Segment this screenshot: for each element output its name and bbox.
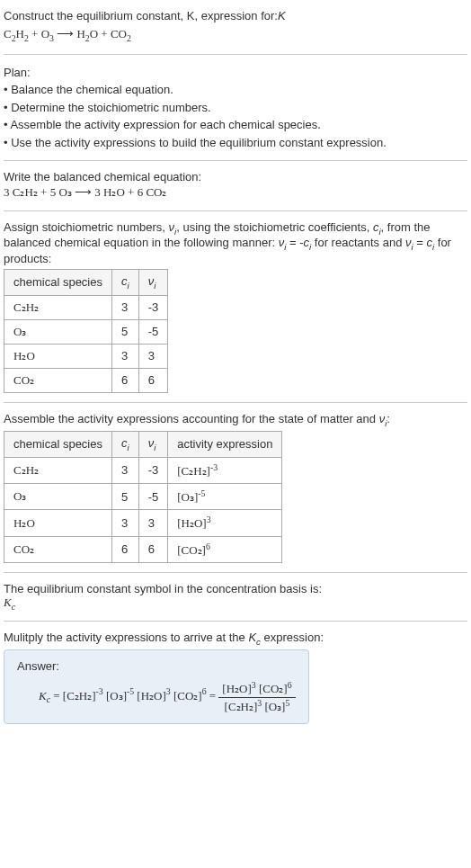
- plan-item-1: • Balance the chemical equation.: [4, 81, 467, 99]
- table-row: CO₂ 6 6 [CO₂]6: [4, 536, 282, 562]
- answer-equation: Kc = [C₂H₂]-3 [O₃]-5 [H₂O]3 [CO₂]6 = [H₂…: [17, 680, 296, 714]
- table-row: C₂H₂ 3 -3: [4, 295, 168, 319]
- stoich-header-nui: νi: [138, 269, 168, 295]
- answer-label: Answer:: [17, 659, 296, 673]
- stoich-header-species: chemical species: [4, 269, 112, 295]
- activity-header-species: chemical species: [4, 432, 112, 458]
- plan-item-4: • Use the activity expressions to build …: [4, 134, 467, 152]
- symbol-kc: Kc: [4, 595, 467, 612]
- activity-section: Assemble the activity expressions accoun…: [4, 412, 467, 574]
- stoich-header-ci: ci: [112, 269, 139, 295]
- balanced-equation: 3 C₂H₂ + 5 O₃ ⟶ 3 H₂O + 6 CO₂: [4, 183, 467, 201]
- table-row: H₂O 3 3 [H₂O]3: [4, 510, 282, 536]
- activity-header-ci: ci: [112, 432, 139, 458]
- plan-item-3: • Assemble the activity expression for e…: [4, 116, 467, 134]
- table-row: O₃ 5 -5 [O₃]-5: [4, 484, 282, 510]
- plan-title: Plan:: [4, 64, 467, 82]
- stoich-section: Assign stoichiometric numbers, νi, using…: [4, 220, 467, 403]
- stoich-intro: Assign stoichiometric numbers, νi, using…: [4, 220, 467, 265]
- table-row: H₂O 3 3: [4, 344, 168, 368]
- symbol-section: The equilibrium constant symbol in the c…: [4, 582, 467, 622]
- balanced-intro: Write the balanced chemical equation:: [4, 170, 467, 183]
- intro-text: Construct the equilibrium constant, K, e…: [4, 7, 467, 25]
- activity-header-nui: νi: [138, 432, 168, 458]
- table-row: O₃ 5 -5: [4, 319, 168, 344]
- activity-header-expr: activity expression: [168, 432, 282, 458]
- intro-equation: C2H2 + O3 ⟶ H2O + CO2: [4, 25, 467, 45]
- intro-line1: Construct the equilibrium constant, K, e…: [4, 9, 278, 22]
- table-row: C₂H₂ 3 -3 [C₂H₂]-3: [4, 457, 282, 483]
- plan-item-2: • Determine the stoichiometric numbers.: [4, 99, 467, 117]
- multiply-intro: Mulitply the activity expressions to arr…: [4, 631, 467, 647]
- table-row: CO₂ 6 6: [4, 368, 168, 392]
- activity-intro: Assemble the activity expressions accoun…: [4, 412, 467, 428]
- multiply-section: Mulitply the activity expressions to arr…: [4, 631, 467, 731]
- activity-table: chemical species ci νi activity expressi…: [4, 431, 282, 563]
- answer-box: Answer: Kc = [C₂H₂]-3 [O₃]-5 [H₂O]3 [CO₂…: [4, 649, 309, 724]
- stoich-table: chemical species ci νi C₂H₂ 3 -3 O₃ 5 -5…: [4, 269, 168, 393]
- plan-section: Plan: • Balance the chemical equation. •…: [4, 64, 467, 162]
- intro-section: Construct the equilibrium constant, K, e…: [4, 7, 467, 55]
- balanced-section: Write the balanced chemical equation: 3 …: [4, 170, 467, 211]
- symbol-intro: The equilibrium constant symbol in the c…: [4, 582, 467, 595]
